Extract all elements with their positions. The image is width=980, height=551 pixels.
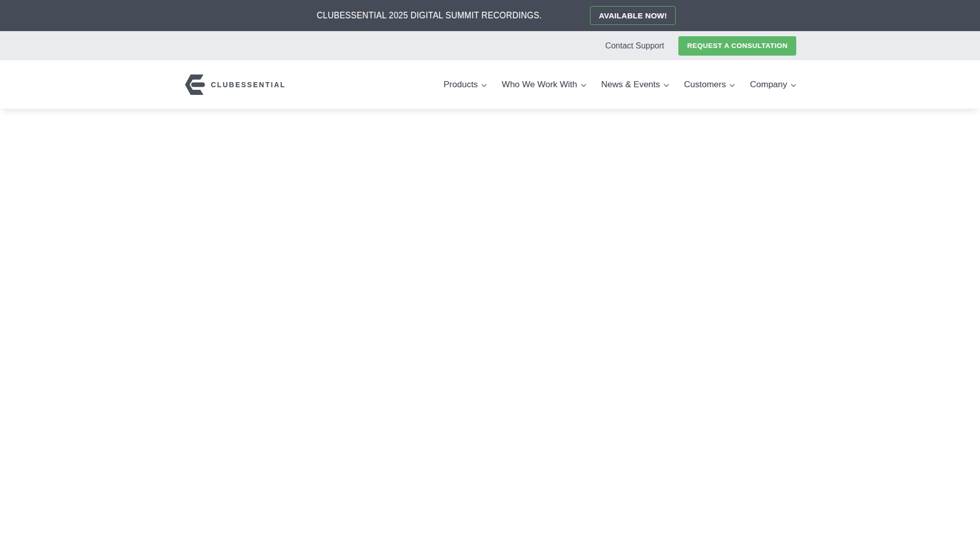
nav-item-who-we-work-with[interactable]: Who We Work With [502,80,586,90]
nav-item-news-events[interactable]: News & Events [601,80,669,90]
utility-bar: Contact Support REQUEST A CONSULTATION [0,31,980,60]
chevron-down-icon [729,84,735,87]
clubessential-logo[interactable]: CLUBESSENTIAL [184,74,292,95]
nav-item-customers[interactable]: Customers [684,80,735,90]
clubessential-logo-text: CLUBESSENTIAL [211,80,286,89]
nav-item-label: Who We Work With [502,80,577,90]
chevron-down-icon [791,84,796,87]
main-nav: Products Who We Work With News & Events … [444,80,796,90]
clubessential-logo-icon [184,74,206,95]
chevron-down-icon [481,84,487,87]
page-content-area [0,109,980,551]
nav-item-label: Products [444,80,478,90]
nav-item-label: Company [750,80,787,90]
nav-item-label: Customers [684,80,726,90]
contact-support-link[interactable]: Contact Support [605,41,665,51]
nav-item-company[interactable]: Company [750,80,796,90]
main-header: CLUBESSENTIAL Products Who We Work With … [0,60,980,109]
announcement-bar: CLUBESSENTIAL 2025 DIGITAL SUMMIT RECORD… [0,0,980,31]
request-consultation-button[interactable]: REQUEST A CONSULTATION [678,36,796,56]
chevron-down-icon [581,84,586,87]
announcement-text: CLUBESSENTIAL 2025 DIGITAL SUMMIT RECORD… [317,10,542,21]
nav-item-label: News & Events [601,80,660,90]
available-now-button[interactable]: AVAILABLE NOW! [590,6,676,25]
nav-item-products[interactable]: Products [444,80,487,90]
chevron-down-icon [664,84,669,87]
